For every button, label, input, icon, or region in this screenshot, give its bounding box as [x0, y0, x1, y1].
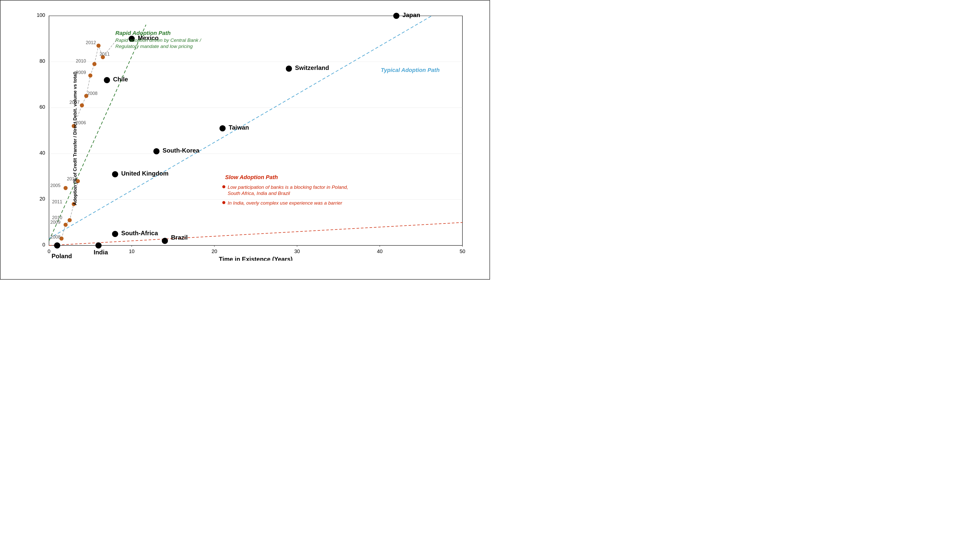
slow-bullet1: [222, 185, 225, 188]
mexico-2012-dot: [96, 44, 101, 48]
slow-path-sub2: In India, overly complex use experience …: [228, 200, 343, 206]
india-label: India: [94, 249, 108, 256]
uk-2010-dot: [68, 218, 72, 222]
svg-text:50: 50: [460, 248, 465, 254]
poland-dot: [54, 242, 60, 248]
mexico-2010-label: 2010: [76, 58, 86, 63]
uk-2008-label: 2008: [50, 235, 61, 240]
svg-text:30: 30: [294, 248, 300, 254]
taiwan-dot: [220, 125, 225, 131]
taiwan-label: Taiwan: [228, 124, 249, 131]
slow-bullet2: [222, 201, 225, 204]
mexico-2012-label: 2012: [86, 40, 96, 45]
japan-label: Japan: [402, 12, 420, 18]
uk-2011-label: 2011: [52, 199, 62, 204]
india-dot: [96, 242, 102, 248]
rapid-path-title: Rapid Adoption Path: [115, 30, 171, 36]
brazil-dot: [162, 238, 168, 244]
switzerland-dot: [286, 66, 292, 72]
southafrica-dot: [112, 231, 118, 237]
southkorea-label: South-Korea: [162, 147, 200, 154]
slow-path-sub1a: Low participation of banks is a blocking…: [228, 184, 348, 190]
brazil-label: Brazil: [171, 234, 187, 241]
chart-area: 0 20 40 60 80 100 0 10 20: [31, 11, 478, 261]
svg-rect-1: [49, 16, 462, 245]
poland-label: Poland: [51, 253, 72, 260]
main-svg: 0 20 40 60 80 100 0 10 20: [31, 11, 478, 261]
uk-label: United Kingdom: [121, 170, 169, 177]
mexico-2008-label: 2008: [87, 91, 98, 96]
mexico-2007-dot: [80, 103, 84, 108]
uk-2005-dot: [63, 186, 68, 190]
southafrica-label: South-Africa: [121, 230, 158, 237]
uk-2009-dot: [63, 223, 68, 227]
chile-label: Chile: [113, 76, 128, 83]
svg-text:0: 0: [48, 248, 50, 254]
svg-text:40: 40: [40, 150, 45, 155]
y-axis-label-div: Adoption (% of Credit Transfer / Direct …: [73, 71, 78, 205]
japan-dot: [393, 13, 399, 19]
mexico-2010-dot: [93, 62, 96, 66]
chart-container: Adoption (% of Credit Transfer / Direct …: [0, 0, 490, 280]
mexico-2011-label: 2011: [99, 51, 110, 57]
southkorea-dot: [153, 148, 159, 154]
uk-dot: [112, 171, 118, 177]
svg-text:80: 80: [40, 58, 45, 64]
svg-text:20: 20: [40, 196, 45, 202]
rapid-path-sub1: Rapid adoption driven by Central Bank /: [115, 38, 202, 43]
uk-2009-label: 2009: [50, 220, 61, 225]
slow-path-title: Slow Adoption Path: [225, 174, 278, 180]
uk-2010-label: 2010: [52, 215, 62, 220]
svg-text:20: 20: [212, 248, 217, 254]
chile-dot: [104, 77, 110, 83]
x-axis-label-text: Time in Existence (Years): [219, 256, 293, 261]
mexico-2009-dot: [88, 73, 93, 78]
svg-text:40: 40: [377, 248, 382, 254]
svg-text:100: 100: [37, 12, 45, 18]
svg-text:0: 0: [42, 242, 45, 248]
uk-2005-label: 2005: [50, 183, 61, 188]
slow-path-sub1b: South Africa, India and Brazil: [228, 190, 290, 196]
svg-text:60: 60: [40, 104, 45, 110]
switzerland-label: Switzerland: [295, 64, 329, 71]
typical-path-title: Typical Adoption Path: [381, 67, 440, 73]
svg-text:10: 10: [129, 248, 134, 254]
rapid-path-sub2: Regulatory mandate and low pricing: [115, 44, 193, 49]
